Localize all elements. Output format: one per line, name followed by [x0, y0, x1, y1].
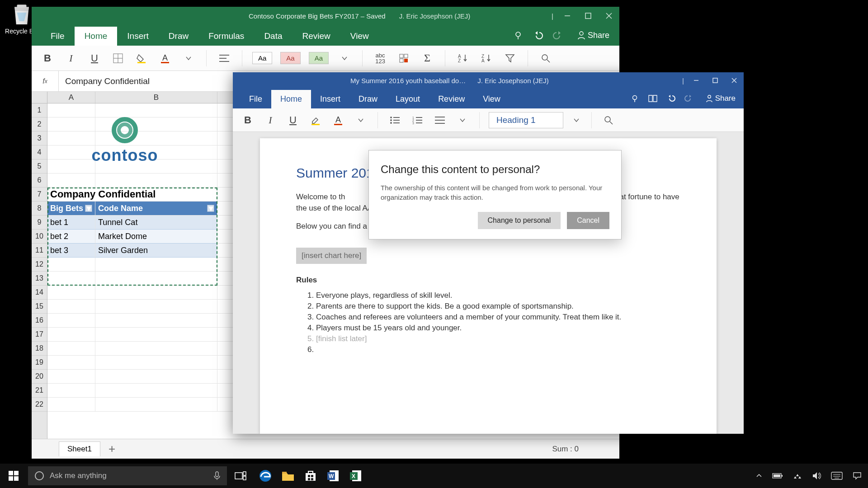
word-maximize-button[interactable] — [706, 72, 725, 89]
tray-chevron-icon[interactable] — [756, 473, 762, 479]
condfmt-more-button[interactable] — [337, 51, 352, 66]
chevron-down-icon[interactable]: ▾ — [207, 205, 214, 212]
filter-button[interactable] — [502, 51, 518, 66]
condfmt-normal[interactable]: Aa — [252, 52, 272, 64]
start-button[interactable] — [0, 464, 27, 488]
row-header[interactable]: 12 — [32, 258, 47, 272]
condfmt-good[interactable]: Aa — [309, 52, 329, 64]
row-header[interactable]: 3 — [32, 131, 47, 145]
col-header-a[interactable]: A — [47, 92, 95, 103]
word-find-button[interactable] — [601, 113, 616, 128]
bold-button[interactable]: B — [40, 51, 55, 66]
row-header[interactable]: 8 — [32, 202, 47, 216]
keyboard-icon[interactable] — [831, 472, 843, 480]
table-cell[interactable]: Market Dome — [95, 230, 217, 244]
underline-button[interactable]: U — [87, 51, 102, 66]
row-header[interactable]: 9 — [32, 216, 47, 230]
word-numbering-button[interactable]: 123 — [410, 113, 425, 128]
battery-icon[interactable] — [772, 473, 783, 479]
number-format-button[interactable]: abc123 — [373, 51, 388, 66]
word-tab-layout[interactable]: Layout — [387, 90, 429, 108]
table-cell[interactable]: bet 3 — [47, 244, 95, 258]
table-cell[interactable]: bet 2 — [47, 230, 95, 244]
row-header[interactable]: 1 — [32, 103, 47, 117]
taskbar-excel[interactable]: X — [344, 464, 367, 488]
word-minimize-button[interactable] — [687, 72, 706, 89]
word-font-more-button[interactable] — [353, 113, 368, 128]
word-titlebar[interactable]: My Summer 2016 youth baseball do… J. Eri… — [233, 72, 744, 89]
table-cell[interactable]: Silver Garden — [95, 244, 217, 258]
word-tab-review[interactable]: Review — [429, 90, 474, 108]
row-header[interactable]: 19 — [32, 356, 47, 370]
table-cell[interactable]: bet 1 — [47, 216, 95, 230]
word-share-button[interactable]: Share — [698, 94, 744, 103]
taskbar-word[interactable]: W — [322, 464, 344, 488]
row-header[interactable]: 22 — [32, 398, 47, 412]
excel-redo-icon[interactable] — [548, 25, 568, 46]
find-button[interactable] — [538, 51, 553, 66]
excel-tab-review[interactable]: Review — [292, 27, 340, 46]
action-center-icon[interactable] — [853, 472, 862, 480]
font-more-button[interactable] — [181, 51, 196, 66]
sheet-tab[interactable]: Sheet1 — [59, 441, 100, 456]
add-sheet-button[interactable]: + — [108, 442, 115, 456]
row-header[interactable]: 15 — [32, 300, 47, 314]
word-italic-button[interactable]: I — [263, 113, 278, 128]
taskbar-store[interactable] — [299, 464, 322, 488]
borders-button[interactable] — [110, 51, 126, 66]
word-page[interactable]: Summer 2016 youth baseball Welcome to th… — [260, 138, 717, 434]
word-style-selector[interactable]: Heading 1 — [489, 112, 563, 128]
wifi-icon[interactable] — [793, 472, 802, 479]
chevron-down-icon[interactable]: ▾ — [85, 205, 92, 212]
word-tellme-icon[interactable] — [626, 89, 644, 108]
row-header[interactable]: 10 — [32, 230, 47, 244]
cortana-search[interactable]: Ask me anything — [28, 466, 227, 485]
task-view-button[interactable] — [227, 464, 254, 488]
word-bold-button[interactable]: B — [240, 113, 255, 128]
row-header[interactable]: 7 — [32, 188, 47, 202]
word-tab-view[interactable]: View — [474, 90, 509, 108]
word-tab-home[interactable]: Home — [271, 90, 311, 108]
excel-tab-data[interactable]: Data — [254, 27, 292, 46]
row-header[interactable]: 2 — [32, 117, 47, 131]
taskbar-edge[interactable] — [254, 464, 277, 488]
word-bullets-button[interactable] — [387, 113, 402, 128]
word-style-dropdown[interactable] — [571, 117, 582, 123]
row-header[interactable]: 16 — [32, 314, 47, 328]
mic-icon[interactable] — [213, 471, 221, 480]
taskbar-explorer[interactable] — [277, 464, 299, 488]
col-header-b[interactable]: B — [95, 92, 217, 103]
row-header[interactable]: 5 — [32, 160, 47, 174]
row-header[interactable]: 13 — [32, 272, 47, 286]
row-header[interactable]: 21 — [32, 384, 47, 398]
table-header-code[interactable]: Code Name▾ — [95, 202, 217, 216]
excel-close-button[interactable] — [599, 7, 619, 25]
word-redo-icon[interactable] — [680, 89, 698, 108]
excel-tab-view[interactable]: View — [340, 27, 379, 46]
insert-cells-button[interactable] — [396, 51, 411, 66]
row-header[interactable]: 18 — [32, 342, 47, 356]
excel-tab-home[interactable]: Home — [75, 27, 118, 46]
font-color-button[interactable]: A — [157, 51, 173, 66]
row-header[interactable]: 6 — [32, 174, 47, 188]
excel-titlebar[interactable]: Contoso Corporate Big Bets FY2017 – Save… — [32, 7, 619, 25]
word-underline-button[interactable]: U — [285, 113, 301, 128]
word-close-button[interactable] — [725, 72, 744, 89]
sort-asc-button[interactable]: AZ — [455, 51, 471, 66]
autosum-button[interactable]: Σ — [420, 51, 435, 66]
row-header[interactable]: 11 — [32, 244, 47, 258]
word-font-color-button[interactable]: A — [330, 113, 346, 128]
word-undo-icon[interactable] — [662, 89, 680, 108]
word-align-button[interactable] — [432, 113, 448, 128]
excel-tab-file[interactable]: File — [41, 27, 75, 46]
excel-share-button[interactable]: Share — [568, 31, 619, 40]
excel-tab-insert[interactable]: Insert — [117, 27, 159, 46]
align-button[interactable] — [217, 51, 232, 66]
italic-button[interactable]: I — [63, 51, 79, 66]
excel-undo-icon[interactable] — [528, 25, 548, 46]
table-header-bets[interactable]: Big Bets▾ — [47, 202, 95, 216]
word-tab-insert[interactable]: Insert — [311, 90, 349, 108]
excel-tellme-icon[interactable] — [508, 25, 528, 46]
word-read-mode-icon[interactable] — [644, 89, 662, 108]
word-highlight-button[interactable] — [308, 113, 323, 128]
